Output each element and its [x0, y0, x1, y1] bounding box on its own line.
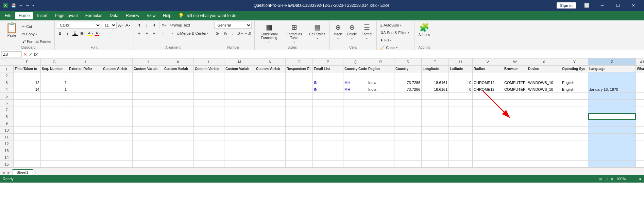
cell-X5[interactable] — [527, 93, 561, 100]
decimal-increase-btn[interactable]: .0→ — [237, 30, 243, 37]
cell-I1[interactable]: Custom Variab — [102, 66, 133, 72]
cell-H12[interactable] — [68, 140, 102, 147]
cell-Z2[interactable] — [588, 72, 636, 79]
cell-O8[interactable] — [286, 113, 313, 120]
cell-R2[interactable] — [367, 72, 394, 79]
cell-I3[interactable] — [102, 79, 133, 86]
cell-Q15[interactable] — [343, 161, 367, 168]
cell-L14[interactable] — [194, 154, 224, 161]
cell-V1[interactable]: Radius — [473, 66, 503, 72]
cell-J5[interactable] — [133, 93, 163, 100]
cell-P13[interactable] — [313, 147, 343, 154]
cell-N2[interactable] — [255, 72, 286, 79]
cell-T2[interactable] — [422, 72, 449, 79]
cell-V8[interactable] — [473, 113, 503, 120]
cell-R15[interactable] — [367, 161, 394, 168]
cell-I13[interactable] — [102, 147, 133, 154]
cell-S13[interactable] — [394, 147, 422, 154]
cell-Q6[interactable] — [343, 100, 367, 106]
cell-J12[interactable] — [133, 140, 163, 147]
cell-AA3[interactable] — [636, 79, 644, 86]
cell-AA10[interactable] — [636, 127, 644, 134]
col-header-M[interactable]: M — [224, 58, 255, 65]
cell-S8[interactable] — [394, 113, 422, 120]
cell-W9[interactable] — [503, 120, 527, 127]
cell-V4[interactable]: CHROME12 — [473, 86, 503, 93]
cell-T11[interactable] — [422, 134, 449, 140]
cell-K7[interactable] — [163, 106, 194, 113]
cell-V12[interactable] — [473, 140, 503, 147]
cell-P3[interactable]: IN — [313, 79, 343, 86]
cell-O11[interactable] — [286, 134, 313, 140]
cell-H11[interactable] — [68, 134, 102, 140]
cell-U10[interactable] — [449, 127, 473, 134]
cell-N6[interactable] — [255, 100, 286, 106]
cell-Z12[interactable] — [588, 140, 636, 147]
cell-T7[interactable] — [422, 106, 449, 113]
font-increase-btn[interactable]: A▲ — [117, 22, 124, 29]
cell-Y13[interactable] — [561, 147, 588, 154]
cell-I4[interactable] — [102, 86, 133, 93]
row-header-1[interactable]: 1 — [0, 66, 13, 72]
cell-G11[interactable] — [41, 134, 68, 140]
cell-AA7[interactable] — [636, 106, 644, 113]
cell-O4[interactable] — [286, 86, 313, 93]
cell-J2[interactable] — [133, 72, 163, 79]
col-header-K[interactable]: K — [163, 58, 194, 65]
cell-R14[interactable] — [367, 154, 394, 161]
row-header-8[interactable]: 8 — [0, 113, 13, 120]
comma-btn[interactable]: , — [229, 30, 236, 37]
cell-L1[interactable]: Custom Variab — [194, 66, 224, 72]
cell-I15[interactable] — [102, 161, 133, 168]
cell-T12[interactable] — [422, 140, 449, 147]
menu-formulas[interactable]: Formulas — [82, 12, 106, 19]
cell-K2[interactable] — [163, 72, 194, 79]
col-header-S[interactable]: S — [394, 58, 422, 65]
cell-Z11[interactable] — [588, 134, 636, 140]
cell-F13[interactable] — [14, 147, 41, 154]
cell-U7[interactable] — [449, 106, 473, 113]
cell-M10[interactable] — [224, 127, 255, 134]
font-decrease-btn[interactable]: A▼ — [125, 22, 132, 29]
col-header-P[interactable]: P — [313, 58, 343, 65]
cell-H4[interactable] — [68, 86, 102, 93]
cell-K13[interactable] — [163, 147, 194, 154]
close-btn[interactable]: ✕ — [626, 0, 641, 11]
cell-X13[interactable] — [527, 147, 561, 154]
add-sheet-btn[interactable]: + — [34, 169, 37, 175]
cell-S5[interactable] — [394, 93, 422, 100]
cell-Z15[interactable] — [588, 161, 636, 168]
cell-J4[interactable] — [133, 86, 163, 93]
cell-G4[interactable]: 1 — [41, 86, 68, 93]
col-header-T[interactable]: T — [422, 58, 449, 65]
cell-J11[interactable] — [133, 134, 163, 140]
cell-R1[interactable]: Region — [367, 66, 394, 72]
row-header-10[interactable]: 10 — [0, 127, 13, 134]
cell-L11[interactable] — [194, 134, 224, 140]
cell-W7[interactable] — [503, 106, 527, 113]
cell-T6[interactable] — [422, 100, 449, 106]
cell-T5[interactable] — [422, 93, 449, 100]
cell-J14[interactable] — [133, 154, 163, 161]
cell-Y6[interactable] — [561, 100, 588, 106]
cell-AA6[interactable] — [636, 100, 644, 106]
cell-Q12[interactable] — [343, 140, 367, 147]
col-header-O[interactable]: O — [286, 58, 313, 65]
cell-N8[interactable] — [255, 113, 286, 120]
cell-P15[interactable] — [313, 161, 343, 168]
cell-N10[interactable] — [255, 127, 286, 134]
cell-X4[interactable]: WINDOWS_10 — [527, 86, 561, 93]
cell-V15[interactable] — [473, 161, 503, 168]
cell-V5[interactable] — [473, 93, 503, 100]
decimal-decrease-btn[interactable]: ←.0 — [244, 30, 251, 37]
cell-U2[interactable] — [449, 72, 473, 79]
cell-Z14[interactable] — [588, 154, 636, 161]
cell-N4[interactable] — [255, 86, 286, 93]
cell-T13[interactable] — [422, 147, 449, 154]
cell-AA4[interactable] — [636, 86, 644, 93]
cell-X14[interactable] — [527, 154, 561, 161]
cell-N15[interactable] — [255, 161, 286, 168]
cell-M5[interactable] — [224, 93, 255, 100]
cell-R9[interactable] — [367, 120, 394, 127]
sheet-nav-right[interactable]: ► — [7, 170, 11, 175]
